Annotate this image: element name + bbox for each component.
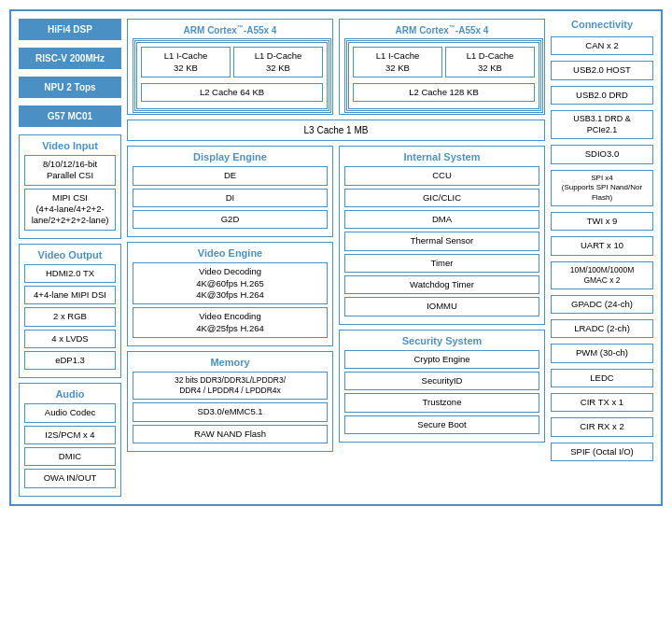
arm-right-l1d: L1 D-Cache 32 KB [445, 47, 535, 77]
secure-boot: Secure Boot [344, 415, 539, 434]
spif: SPIF (Octal I/O) [551, 443, 653, 461]
main-container: HiFi4 DSP RISC-V 200MHz NPU 2 Tops G57 M… [9, 9, 663, 506]
spi: SPI x4 (Supports SPI Nand/Nor Flash) [551, 170, 653, 206]
pwm: PWM (30-ch) [551, 344, 653, 362]
ledc: LEDC [551, 369, 653, 387]
thermal-sensor: Thermal Sensor [344, 232, 539, 250]
g57: G57 MC01 [19, 106, 121, 127]
dmic: DMIC [24, 447, 116, 466]
video-input-section: Video Input 8/10/12/16-bit Parallel CSI … [19, 134, 121, 239]
arm-right-l2: L2 Cache 128 KB [353, 83, 535, 102]
risc-v: RISC-V 200MHz [19, 48, 121, 69]
security-id: SecurityID [344, 372, 539, 390]
sdio: SDIO3.0 [551, 145, 653, 163]
trustzone: Trustzone [344, 393, 539, 412]
usb20-host: USB2.0 HOST [551, 61, 653, 79]
arm-right-l1i: L1 I-Cache 32 KB [353, 47, 442, 77]
iommu-item: IOMMU [344, 297, 539, 316]
audio-section: Audio Audio Codec I2S/PCM x 4 DMIC OWA I… [19, 383, 121, 496]
ddr-item: 32 bits DDR3/DDR3L/LPDDR3/ DDR4 / LPDDR4… [133, 372, 328, 400]
connectivity-section: Connectivity CAN x 2 USB2.0 HOST USB2.0 … [551, 19, 653, 497]
i2s-pcm: I2S/PCM x 4 [24, 426, 116, 444]
arm-left-block: ARM Cortex™-A55x 4 L1 I-Cache 32 KB L1 D… [127, 19, 333, 115]
arm-right-cache-row: L1 I-Cache 32 KB L1 D-Cache 32 KB [353, 47, 535, 80]
arm-left-l2: L2 Cache 64 KB [141, 83, 323, 102]
lvds: 4 x LVDS [24, 330, 116, 348]
arm-left-cache-row: L1 I-Cache 32 KB L1 D-Cache 32 KB [141, 47, 323, 80]
video-engine-title: Video Engine [133, 247, 328, 259]
arm-right-block: ARM Cortex™-A55x 4 L1 I-Cache 32 KB L1 D… [339, 19, 545, 115]
mipi-csi: MIPI CSI (4+4-lane/4+2+2- lane/2+2+2+2-l… [24, 189, 116, 231]
audio-codec: Audio Codec [24, 403, 116, 422]
di-item: DI [133, 189, 328, 207]
crypto-engine: Crypto Engine [344, 350, 539, 369]
arm-left-title: ARM Cortex™-A55x 4 [133, 24, 328, 35]
twi: TWI x 9 [551, 212, 653, 231]
de-item: DE [133, 166, 328, 185]
gpadc: GPADC (24-ch) [551, 295, 653, 314]
dma-item: DMA [344, 210, 539, 229]
memory-section: Memory 32 bits DDR3/DDR3L/LPDDR3/ DDR4 /… [127, 351, 333, 452]
cir-rx: CIR RX x 2 [551, 417, 653, 436]
uart: UART x 10 [551, 236, 653, 255]
security-system-title: Security System [344, 335, 539, 346]
center-area: ARM Cortex™-A55x 4 L1 I-Cache 32 KB L1 D… [127, 19, 545, 497]
display-engine-title: Display Engine [133, 151, 328, 162]
internal-system-title: Internal System [344, 151, 539, 162]
hifi4-dsp: HiFi4 DSP [19, 19, 121, 40]
arm-right-title: ARM Cortex™-A55x 4 [344, 24, 539, 35]
gic-clic: GIC/CLIC [344, 189, 539, 207]
video-decoding: Video Decoding 4K@60fps H.265 4K@30fps H… [133, 262, 328, 304]
parallel-csi: 8/10/12/16-bit Parallel CSI [24, 155, 116, 186]
video-encoding: Video Encoding 4K@25fps H.264 [133, 307, 328, 338]
video-engine-section: Video Engine Video Decoding 4K@60fps H.2… [127, 242, 333, 346]
display-engine-section: Display Engine DE DI G2D [127, 146, 333, 237]
npu: NPU 2 Tops [19, 77, 121, 98]
cir-tx: CIR TX x 1 [551, 393, 653, 412]
left-column: HiFi4 DSP RISC-V 200MHz NPU 2 Tops G57 M… [19, 19, 121, 497]
left-panels: Display Engine DE DI G2D Video Engine Vi… [127, 146, 333, 452]
rgb: 2 x RGB [24, 307, 116, 326]
g2d-item: G2D [133, 210, 328, 229]
memory-title: Memory [133, 357, 328, 368]
usb20-drd: USB2.0 DRD [551, 86, 653, 105]
video-input-title: Video Input [24, 140, 116, 151]
security-system-section: Security System Crypto Engine SecurityID… [339, 330, 545, 443]
arm-section: ARM Cortex™-A55x 4 L1 I-Cache 32 KB L1 D… [127, 19, 545, 115]
edp: eDP1.3 [24, 351, 116, 370]
raw-nand: RAW NAND Flash [133, 425, 328, 443]
can: CAN x 2 [551, 36, 653, 55]
l3-cache: L3 Cache 1 MB [127, 120, 545, 141]
right-panels: Internal System CCU GIC/CLIC DMA Thermal… [339, 146, 545, 452]
lradc: LRADC (2-ch) [551, 319, 653, 338]
arm-left-l1i: L1 I-Cache 32 KB [141, 47, 231, 77]
ccu-item: CCU [344, 166, 539, 185]
sd-emmc: SD3.0/eMMC5.1 [133, 402, 328, 421]
video-output-title: Video Output [24, 249, 116, 260]
arm-left-l1d: L1 D-Cache 32 KB [233, 47, 323, 77]
timer-item: Timer [344, 254, 539, 273]
internal-system-section: Internal System CCU GIC/CLIC DMA Thermal… [339, 146, 545, 324]
gmac: 10M/100M/1000M GMAC x 2 [551, 261, 653, 289]
video-output-section: Video Output HDMI2.0 TX 4+4-lane MIPI DS… [19, 244, 121, 379]
bottom-center: Display Engine DE DI G2D Video Engine Vi… [127, 146, 545, 452]
usb31-pcie: USB3.1 DRD & PCIe2.1 [551, 110, 653, 139]
mipi-dsi: 4+4-lane MIPI DSI [24, 286, 116, 304]
hdmi: HDMI2.0 TX [24, 264, 116, 283]
connectivity-title: Connectivity [551, 19, 653, 30]
audio-title: Audio [24, 388, 116, 400]
owa: OWA IN/OUT [24, 469, 116, 487]
watchdog-timer: Watchdog Timer [344, 275, 539, 294]
